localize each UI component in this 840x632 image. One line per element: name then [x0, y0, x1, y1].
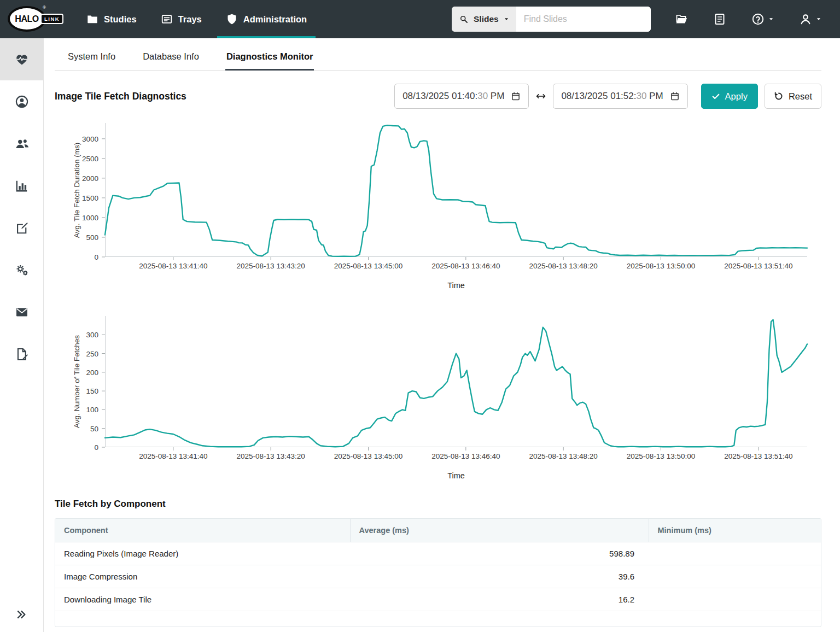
component-table: ComponentAverage (ms)Minimum (ms) Readin… — [55, 518, 821, 627]
brand-registered-mark: ® — [43, 5, 46, 10]
sidebar-item-heart-pulse[interactable] — [0, 38, 43, 80]
sidebar-item-users[interactable] — [0, 122, 43, 165]
y-tick-label: 1000 — [82, 213, 98, 221]
document-list-icon — [713, 13, 726, 26]
count-chart-y-axis-label: Avg. Number of Tile Fetches — [73, 335, 81, 428]
page-title: Image Tile Fetch Diagnostics — [55, 91, 186, 102]
nav-administration[interactable]: Administration — [226, 0, 307, 38]
minimum-cell — [649, 588, 821, 611]
document-edit-icon — [15, 347, 29, 361]
duration-chart-x-axis-label: Time — [105, 281, 807, 290]
average-cell: 39.6 — [350, 565, 649, 588]
start-datetime-input[interactable]: 08/13/2025 01:40:30 PM — [394, 84, 529, 109]
x-tick-label: 2025-08-13 13:43:20 — [236, 262, 305, 270]
reset-button[interactable]: Reset — [765, 84, 821, 109]
average-cell: 598.89 — [350, 542, 649, 565]
brand-link-tag: LINK — [40, 14, 63, 24]
mail-icon — [15, 305, 29, 319]
help-icon — [751, 13, 765, 26]
sidebar-nav — [0, 38, 43, 375]
y-tick-label: 300 — [86, 331, 98, 339]
start-datetime-seconds: 30 — [477, 91, 488, 102]
x-tick-label: 2025-08-13 13:41:40 — [139, 262, 207, 270]
component-table-title: Tile Fetch by Component — [55, 499, 821, 510]
bar-chart-icon — [15, 179, 29, 193]
apply-button-label: Apply — [725, 91, 748, 102]
title-row: Image Tile Fetch Diagnostics 08/13/2025 … — [55, 84, 821, 109]
caret-down-icon — [816, 16, 821, 22]
component-cell: Reading Pixels (Image Reader) — [55, 542, 350, 565]
sidebar-item-edit[interactable] — [0, 207, 43, 249]
y-tick-label: 150 — [86, 387, 98, 395]
document-list-button[interactable] — [713, 13, 726, 26]
sidebar-item-mail[interactable] — [0, 291, 43, 333]
x-tick-label: 2025-08-13 13:50:00 — [627, 452, 695, 460]
duration-chart-y-axis-label: Avg. Tile Fetch Duration (ms) — [73, 142, 81, 238]
table-row[interactable]: Image Compression39.6 — [55, 565, 821, 588]
y-tick-label: 50 — [90, 424, 98, 432]
brand-halo-text: HALO — [15, 14, 38, 24]
y-tick-label: 0 — [94, 443, 98, 452]
count-chart-plot: 0501001502002503002025-08-13 13:41:40202… — [105, 316, 807, 447]
start-datetime-value: 08/13/2025 01:40: — [402, 91, 477, 102]
search-category-dropdown[interactable]: Slides — [452, 7, 516, 32]
column-header-average[interactable]: Average (ms) — [350, 519, 649, 542]
x-tick-label: 2025-08-13 13:50:00 — [627, 262, 695, 270]
x-tick-label: 2025-08-13 13:41:40 — [139, 452, 207, 460]
find-slides-input[interactable] — [516, 7, 651, 32]
nav-trays[interactable]: Trays — [161, 0, 202, 38]
apply-button[interactable]: Apply — [701, 84, 758, 109]
column-header-component[interactable]: Component — [55, 519, 350, 542]
y-tick-label: 0 — [94, 253, 98, 261]
reset-button-label: Reset — [789, 91, 812, 102]
x-tick-label: 2025-08-13 13:45:00 — [334, 262, 402, 270]
sidebar-item-gears[interactable] — [0, 249, 43, 291]
nav-trays-label: Trays — [178, 14, 202, 25]
x-tick-label: 2025-08-13 13:48:20 — [529, 262, 597, 270]
sidebar — [0, 38, 44, 632]
shield-icon — [226, 13, 238, 25]
y-tick-label: 500 — [86, 233, 98, 241]
table-row-partial — [55, 611, 821, 627]
nav-studies[interactable]: Studies — [86, 0, 137, 38]
x-tick-label: 2025-08-13 13:46:40 — [431, 452, 500, 460]
count-chart-x-axis-label: Time — [105, 471, 807, 480]
tile-fetch-duration-chart: Avg. Tile Fetch Duration (ms) 0500100015… — [55, 123, 821, 290]
calendar-icon[interactable] — [670, 91, 680, 101]
main-content: System Info Database Info Diagnostics Mo… — [44, 38, 840, 632]
x-tick-label: 2025-08-13 13:48:20 — [529, 452, 597, 460]
open-folder-button[interactable] — [675, 13, 688, 26]
y-tick-label: 250 — [86, 349, 98, 358]
heart-pulse-icon — [15, 52, 29, 67]
table-row[interactable]: Reading Pixels (Image Reader)598.89 — [55, 542, 821, 565]
column-header-minimum[interactable]: Minimum (ms) — [649, 519, 821, 542]
halo-link-logo[interactable]: HALO ® LINK — [8, 5, 74, 33]
slide-search: Slides — [452, 7, 651, 32]
gears-icon — [15, 263, 29, 277]
series-line — [105, 125, 807, 256]
tab-system-info[interactable]: System Info — [67, 45, 116, 71]
y-tick-label: 100 — [86, 406, 98, 414]
y-tick-label: 200 — [86, 368, 98, 376]
y-tick-label: 1500 — [82, 194, 98, 202]
x-tick-label: 2025-08-13 13:45:00 — [334, 452, 402, 460]
sidebar-item-document-edit[interactable] — [0, 333, 43, 375]
minimum-cell — [649, 565, 821, 588]
start-datetime-ampm: PM — [488, 91, 504, 102]
check-icon — [711, 92, 720, 101]
calendar-icon[interactable] — [511, 91, 521, 101]
chevrons-right-icon — [15, 608, 27, 621]
y-tick-label: 3000 — [82, 134, 98, 143]
tab-diagnostics-monitor[interactable]: Diagnostics Monitor — [225, 45, 314, 71]
user-button[interactable] — [799, 13, 821, 26]
end-datetime-input[interactable]: 08/13/2025 01:52:30 PM — [553, 84, 687, 109]
help-button[interactable] — [751, 13, 774, 26]
sidebar-item-user-circle[interactable] — [0, 80, 43, 122]
minimum-cell — [649, 542, 821, 565]
tab-database-info[interactable]: Database Info — [142, 45, 200, 71]
sidebar-item-bar-chart[interactable] — [0, 165, 43, 207]
sidebar-expand-button[interactable] — [0, 604, 44, 625]
end-datetime-ampm: PM — [646, 91, 663, 102]
table-row[interactable]: Downloading Image Tile16.2 — [55, 588, 821, 611]
trays-icon — [161, 13, 173, 25]
